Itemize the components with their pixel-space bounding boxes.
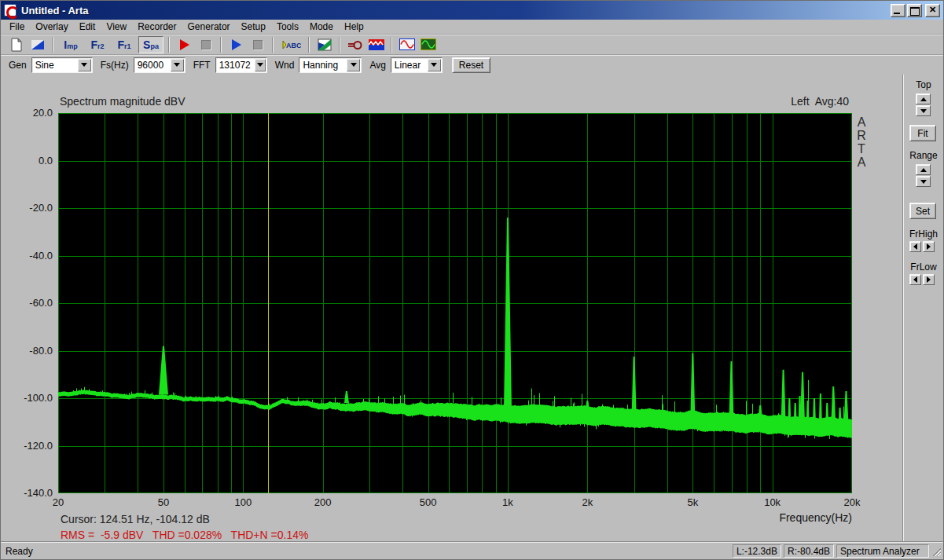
toolbar-separator	[339, 37, 340, 53]
overlay-button[interactable]	[314, 36, 334, 53]
x-tick-label: 10k	[764, 496, 781, 508]
x-tick-label: 500	[420, 496, 437, 508]
chevron-down-icon[interactable]	[428, 59, 441, 71]
menu-mode[interactable]: Mode	[304, 20, 339, 33]
scale-mode-button[interactable]	[28, 36, 47, 53]
toolbar-separator	[220, 37, 222, 53]
cursor-readout: Cursor: 124.51 Hz, -104.12 dB	[61, 513, 210, 525]
fit-button[interactable]: Fit	[909, 125, 936, 141]
x-tick-label: 2k	[582, 496, 593, 508]
spectrum-mode-button[interactable]: Spa	[138, 36, 163, 53]
chevron-down-icon[interactable]	[255, 59, 266, 71]
toolbar-separator	[391, 37, 392, 53]
y-tick-label: -60.0	[1, 297, 53, 309]
microphone-plug-icon	[347, 39, 363, 50]
x-tick-label: 1k	[502, 496, 513, 508]
menu-overlay[interactable]: Overlay	[30, 20, 73, 33]
spectrum-plot[interactable]	[58, 113, 852, 493]
menu-edit[interactable]: Edit	[74, 20, 101, 33]
frlow-decrease-button[interactable]	[909, 274, 921, 285]
fft-value: 131072	[216, 60, 254, 71]
record-start-button[interactable]	[174, 36, 194, 53]
y-tick-label: -120.0	[1, 440, 53, 452]
new-file-button[interactable]	[6, 36, 26, 53]
chevron-down-icon[interactable]	[78, 59, 91, 71]
menu-view[interactable]: View	[101, 20, 132, 33]
channel-average-info: Left Avg:40	[791, 95, 849, 108]
generator-setup-button[interactable]	[397, 36, 417, 53]
status-bar: Ready L:-12.3dB R:-80.4dB Spectrum Analy…	[1, 542, 943, 559]
menu-tools[interactable]: Tools	[271, 20, 304, 33]
signal-analysis-button[interactable]	[366, 36, 386, 53]
waveform-icon	[369, 39, 384, 50]
control-bar: Gen Sine Fs(Hz) 96000 FFT 131072 Wnd Han…	[1, 54, 943, 75]
maximize-button[interactable]	[907, 4, 922, 17]
spectrum-canvas[interactable]	[58, 113, 852, 493]
side-panel-divider	[902, 75, 904, 543]
x-tick-label: 50	[158, 496, 169, 508]
status-message: Ready	[1, 546, 733, 557]
resize-grip[interactable]	[931, 544, 942, 558]
x-tick-label: 20k	[844, 496, 861, 508]
avg-value: Linear	[391, 60, 427, 71]
menu-help[interactable]: Help	[339, 20, 369, 33]
cursor-readout-button[interactable]: ABC	[278, 36, 303, 53]
y-tick-label: 0.0	[1, 155, 53, 167]
set-button[interactable]: Set	[909, 203, 936, 219]
menu-generator[interactable]: Generator	[182, 20, 236, 33]
record-play-icon	[180, 39, 189, 50]
frlow-increase-button[interactable]	[923, 274, 935, 285]
spectrum-peaks	[159, 218, 849, 424]
svg-text:ABC: ABC	[286, 42, 301, 49]
chevron-down-icon[interactable]	[347, 59, 360, 71]
minimize-button[interactable]	[891, 4, 905, 17]
avg-combobox[interactable]: Linear	[391, 57, 443, 73]
toolbar-separator	[168, 37, 170, 53]
gen-combobox[interactable]: Sine	[31, 57, 93, 73]
x-tick-label: 5k	[687, 496, 698, 508]
title-bar[interactable]: Untitled - Arta	[1, 1, 943, 20]
wnd-combobox[interactable]: Hanning	[299, 57, 362, 73]
top-down-button[interactable]	[916, 105, 931, 116]
playback-start-button[interactable]	[226, 36, 246, 53]
fs-value: 96000	[134, 60, 170, 71]
range-up-button[interactable]	[916, 164, 931, 175]
arta-watermark: ARTA	[855, 115, 868, 169]
left-channel-level: L:-12.3dB	[733, 544, 781, 558]
sine-red-icon	[399, 38, 415, 50]
grid-lines	[58, 113, 852, 493]
impulse-mode-button[interactable]: Imp	[58, 36, 83, 53]
top-up-button[interactable]	[916, 93, 931, 104]
y-tick-label: -100.0	[1, 392, 53, 404]
rms-thd-readout: RMS = -5.9 dBV THD =0.028% THD+N =0.14%	[61, 529, 308, 541]
fs-combobox[interactable]: 96000	[134, 57, 185, 73]
playback-stop-button[interactable]	[248, 36, 267, 53]
chevron-down-icon[interactable]	[171, 59, 184, 71]
fr2-mode-button[interactable]: Fr2	[85, 36, 110, 53]
scale-triangle-icon	[31, 38, 45, 51]
app-icon[interactable]	[4, 4, 17, 16]
calibrate-button[interactable]	[345, 36, 365, 53]
frhigh-increase-button[interactable]	[923, 241, 935, 252]
abc-cursor-icon: ABC	[281, 38, 301, 52]
x-tick-label: 20	[53, 496, 64, 508]
new-document-icon	[10, 38, 23, 52]
record-stop-button[interactable]	[196, 36, 215, 53]
close-button[interactable]	[925, 4, 940, 17]
fft-label: FFT	[193, 60, 211, 71]
right-channel-level: R:-80.4dB	[784, 544, 834, 558]
menu-recorder[interactable]: Recorder	[132, 20, 182, 33]
x-tick-label: 200	[314, 496, 332, 508]
range-down-button[interactable]	[916, 176, 931, 187]
y-tick-label: -20.0	[1, 202, 53, 214]
plot-title: Spectrum magnitude dBV	[60, 95, 185, 108]
spectrum-scaling-button[interactable]	[418, 36, 438, 53]
menu-setup[interactable]: Setup	[236, 20, 271, 33]
frhigh-decrease-button[interactable]	[909, 241, 921, 252]
menu-file[interactable]: File	[4, 20, 30, 33]
x-axis-title: Frequency(Hz)	[711, 511, 852, 524]
arta-window: { "window": { "title": "Untitled - Arta"…	[0, 0, 944, 560]
reset-button[interactable]: Reset	[452, 57, 490, 73]
fft-combobox[interactable]: 131072	[215, 57, 267, 73]
fr1-mode-button[interactable]: Fr1	[112, 36, 137, 53]
